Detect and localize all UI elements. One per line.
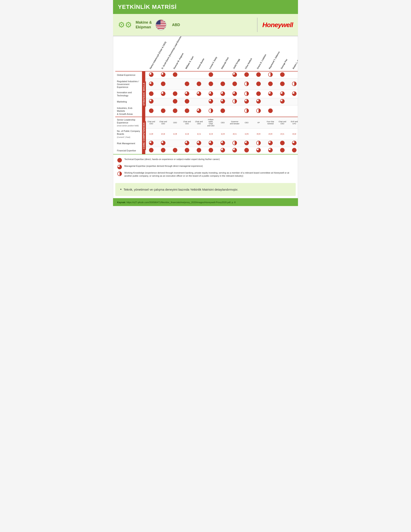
col-name-4: William S. Ayer	[185, 56, 194, 69]
row-label-industries: Industries, End-Markets& Growth Areas	[115, 105, 142, 117]
row-label-regulated: Regulated Industries /Government Experie…	[115, 79, 142, 90]
full-icon	[244, 72, 249, 77]
cell	[193, 98, 205, 105]
legend-full-icon	[117, 158, 122, 162]
full-icon	[256, 82, 261, 86]
full-icon	[280, 148, 285, 152]
pie-icon	[221, 148, 225, 152]
cell: 1 | 1	[193, 128, 205, 140]
cell	[169, 98, 181, 105]
cell	[229, 79, 241, 90]
full-icon	[173, 91, 177, 96]
pie-icon	[256, 99, 261, 104]
half-icon	[256, 108, 261, 113]
cell	[181, 90, 193, 98]
full-icon	[161, 148, 166, 152]
row-label-global: Global Experience	[115, 71, 142, 79]
legend-half-text: Working Knowledge (experience derived th…	[124, 171, 294, 178]
column-header-row: Darius Adamczyk (Chair & CEO) D. Scott D…	[115, 38, 298, 71]
col-header-4: William S. Ayer	[181, 38, 193, 71]
cell	[217, 147, 229, 154]
cell	[157, 105, 169, 117]
cell: CEO	[241, 117, 253, 128]
pie-icon	[256, 148, 261, 152]
competency-matrix: Darius Adamczyk (Chair & CEO) D. Scott D…	[115, 38, 298, 154]
col-header-2: D. Scott Davis (Incoming Lead Director)	[157, 38, 169, 71]
note-text: • Teknik, yönetimsel ve çalışma deneyimi…	[120, 187, 291, 192]
note-section: • Teknik, yönetimsel ve çalışma deneyimi…	[115, 183, 296, 196]
cell	[229, 147, 241, 154]
pie-icon	[161, 141, 166, 145]
note-body: Teknik, yönetimsel ve çalışma deneyimi b…	[124, 188, 238, 191]
full-icon	[256, 91, 261, 96]
pie-icon	[197, 141, 201, 145]
col-header-9: Clive Hollick	[241, 38, 253, 71]
cell	[169, 90, 181, 98]
row-label-financial: Financial Expertise	[115, 147, 142, 154]
pie-icon	[232, 148, 237, 152]
cell	[217, 71, 229, 79]
full-icon	[221, 82, 225, 86]
full-icon	[209, 82, 213, 86]
half-icon	[232, 99, 237, 104]
col-name-12: George Paz	[280, 58, 288, 69]
full-icon	[149, 148, 154, 152]
gear-icon: ⚙⚙	[118, 21, 132, 29]
row-label-boards: No. of Public CompanyBoards(Current* | P…	[115, 128, 142, 140]
cell	[145, 98, 157, 105]
cell	[288, 90, 298, 98]
cell	[288, 105, 298, 117]
cell	[288, 79, 298, 90]
cell: Ambas-sador,Chairand CEO	[205, 117, 217, 128]
cell	[264, 98, 276, 105]
cell	[241, 90, 253, 98]
cell	[205, 147, 217, 154]
col-name-13: Robin L. Washington	[292, 50, 298, 69]
cell	[169, 147, 181, 154]
cell	[193, 140, 205, 147]
legend-section: Technical Expertise (direct, hands-on ex…	[113, 154, 298, 183]
cell	[145, 147, 157, 154]
cell: Chair andCEO	[276, 117, 288, 128]
country-text: ABD	[172, 23, 180, 27]
legend-item-pie: Managerial Expertise (expertise derived …	[117, 164, 294, 169]
cell: Chair andCEO	[181, 117, 193, 128]
strategic-skills-label-cell: STRATEGIC SKILLS	[142, 71, 145, 117]
legend-pie-text: Managerial Expertise (expertise derived …	[124, 164, 203, 168]
source-label-text: Kaynak:	[117, 201, 126, 204]
cell	[145, 140, 157, 147]
cell	[157, 140, 169, 147]
row-label-innovation: Innovation andTechnology	[115, 90, 142, 98]
cell: 1 | 0	[145, 128, 157, 140]
col-header-13: Robin L. Washington	[288, 38, 298, 71]
cell: CEO	[217, 117, 229, 128]
pie-icon	[161, 72, 166, 77]
cell	[145, 79, 157, 90]
cell	[276, 71, 288, 79]
full-icon	[185, 148, 189, 152]
pie-icon	[232, 72, 237, 77]
cell: VP	[253, 117, 264, 128]
col-header-7: Deborah Flint	[217, 38, 229, 71]
table-row: Global Experience STRATEGIC SKILLS	[115, 71, 298, 79]
core-competencies-label: CORE COMPETENCIES	[142, 121, 146, 150]
col-header-1: Darius Adamczyk (Chair & CEO)	[145, 38, 157, 71]
cell: 3 | 0	[253, 128, 264, 140]
cell	[169, 105, 181, 117]
page-title: YETKİNLİK MATRİSİ	[118, 4, 293, 10]
cell	[205, 105, 217, 117]
full-icon	[256, 72, 261, 77]
full-icon	[268, 108, 273, 113]
col-name-7: Deborah Flint	[221, 57, 229, 69]
cell	[276, 79, 288, 90]
full-icon	[209, 72, 213, 77]
cell	[169, 71, 181, 79]
col-header-8: Judd Gregg	[229, 38, 241, 71]
pie-icon	[185, 141, 189, 145]
cell	[205, 98, 217, 105]
cell: 1 | 2	[181, 128, 193, 140]
pie-icon	[197, 108, 201, 113]
header: YETKİNLİK MATRİSİ	[113, 0, 298, 14]
info-bar: ⚙⚙ Makine &Ekipman ABD Honeywell	[113, 14, 298, 36]
cell	[193, 105, 205, 117]
